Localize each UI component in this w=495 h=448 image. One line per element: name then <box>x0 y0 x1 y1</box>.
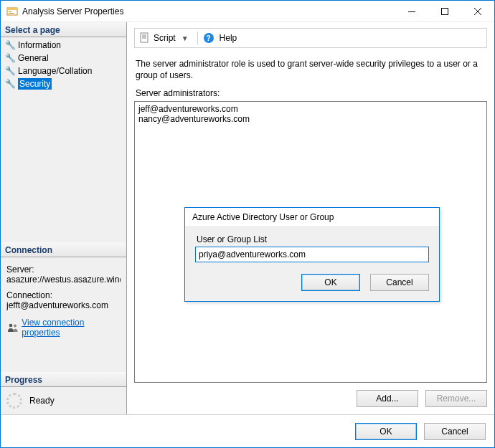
help-icon: ? <box>204 33 214 43</box>
script-icon <box>139 32 151 44</box>
minimize-button[interactable] <box>395 1 428 22</box>
connection-value: jefft@adventureworks.com <box>6 300 121 310</box>
svg-rect-5 <box>442 8 448 14</box>
admin-list-label: Server administrators: <box>134 88 487 101</box>
svg-point-8 <box>9 324 12 328</box>
script-button[interactable]: Script <box>154 33 176 43</box>
user-group-label: User or Group List <box>195 234 429 244</box>
script-dropdown-icon[interactable]: ▼ <box>179 34 192 42</box>
dialog-buttons: OK Cancel <box>1 414 494 447</box>
page-label: Language/Collation <box>18 65 92 77</box>
toolbar-separator <box>197 32 198 44</box>
list-buttons: Add... Remove... <box>134 383 487 414</box>
aad-dialog-buttons: OK Cancel <box>185 267 439 301</box>
spinner-icon <box>6 393 22 409</box>
page-label: Information <box>18 39 61 51</box>
connection-header: Connection <box>1 242 126 257</box>
select-page-header: Select a page <box>1 22 126 37</box>
svg-rect-2 <box>9 11 11 12</box>
view-connection-row: View connection properties <box>6 318 121 338</box>
page-item-information[interactable]: 🔧 Information <box>1 39 126 52</box>
sidebar: Select a page 🔧 Information 🔧 General 🔧 … <box>1 22 127 414</box>
connection-label: Connection: <box>6 290 121 300</box>
page-description: The server administrator role is used to… <box>134 58 487 88</box>
progress-status: Ready <box>29 396 55 406</box>
people-icon <box>6 323 19 333</box>
close-button[interactable] <box>461 1 494 22</box>
connection-box: Server: asazure://westus.asazure.windows… <box>1 257 126 343</box>
page-item-general[interactable]: 🔧 General <box>1 52 126 65</box>
ok-button[interactable]: OK <box>355 423 417 440</box>
page-list: 🔧 Information 🔧 General 🔧 Language/Colla… <box>1 37 126 95</box>
help-button[interactable]: Help <box>220 33 237 43</box>
page-label: General <box>18 52 49 64</box>
svg-point-9 <box>14 325 16 328</box>
svg-rect-3 <box>9 13 14 14</box>
svg-rect-1 <box>7 8 17 10</box>
aad-cancel-button[interactable]: Cancel <box>370 274 429 291</box>
aad-ok-button[interactable]: OK <box>301 274 360 291</box>
remove-button: Remove... <box>425 390 487 407</box>
cancel-button[interactable]: Cancel <box>424 423 486 440</box>
svg-rect-4 <box>408 11 415 12</box>
wrench-icon: 🔧 <box>5 78 15 90</box>
server-label: Server: <box>6 264 121 275</box>
window-title: Analysis Server Properties <box>22 6 395 16</box>
window-root: Analysis Server Properties Select a page… <box>0 0 495 448</box>
page-item-language-collation[interactable]: 🔧 Language/Collation <box>1 65 126 77</box>
app-icon <box>6 6 18 17</box>
server-value: asazure://westus.asazure.windows <box>6 275 121 285</box>
window-buttons <box>395 1 494 22</box>
aad-user-dialog: Azure Active Directory User or Group Use… <box>184 207 440 302</box>
aad-dialog-body: User or Group List <box>185 227 439 267</box>
add-button[interactable]: Add... <box>357 390 418 407</box>
view-connection-link[interactable]: View connection properties <box>22 318 121 338</box>
aad-dialog-title: Azure Active Directory User or Group <box>185 208 439 227</box>
wrench-icon: 🔧 <box>5 65 15 77</box>
titlebar: Analysis Server Properties <box>1 1 494 22</box>
page-item-security[interactable]: 🔧 Security <box>1 77 126 90</box>
progress-header: Progress <box>1 372 126 387</box>
page-label: Security <box>18 78 52 90</box>
user-group-input[interactable] <box>195 247 429 262</box>
toolbar: Script ▼ ? Help <box>134 28 487 48</box>
maximize-button[interactable] <box>428 1 461 22</box>
progress-box: Ready <box>1 387 126 414</box>
wrench-icon: 🔧 <box>5 39 15 51</box>
wrench-icon: 🔧 <box>5 52 15 64</box>
